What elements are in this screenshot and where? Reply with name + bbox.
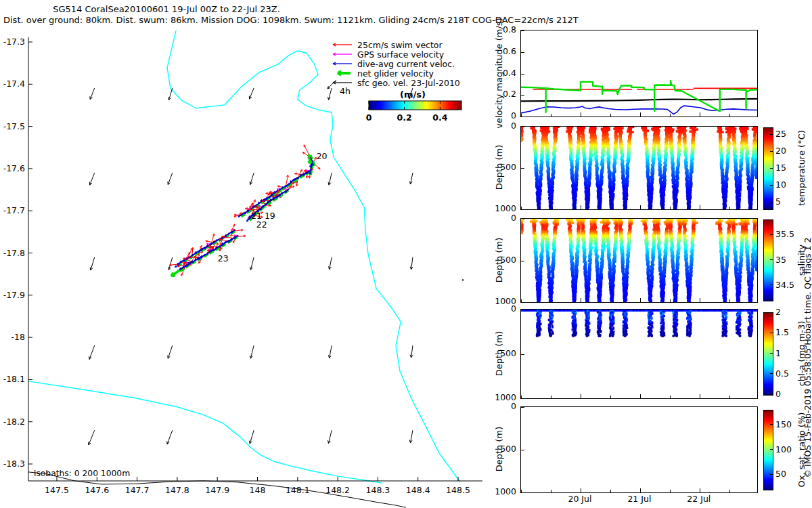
legend-label: 25cm/s swim vector	[357, 40, 443, 50]
vector-arrow	[333, 43, 352, 46]
vector-arrow	[250, 173, 254, 184]
salinity-colorbar-tick	[770, 284, 773, 285]
chl_a-colorbar-tick	[770, 373, 773, 374]
temperature-y-tick-label: 1000	[482, 205, 516, 213]
map-colorbar-tick-label: 0.2	[397, 112, 412, 123]
temperature-colorbar-tick-label: 25	[775, 130, 786, 138]
legend-label: net glider velocity	[357, 68, 434, 79]
map-y-tick-label: -17.8	[3, 248, 25, 258]
temperature-colorbar-tick	[770, 202, 773, 203]
chl_a-colorbar-tick	[770, 353, 773, 354]
vector-arrow	[409, 173, 413, 184]
vector-arrow	[250, 430, 254, 444]
chl_a-y-axis-title: Depth (m)	[494, 331, 504, 376]
vector-arrow	[250, 345, 254, 358]
oxygen-colorbar-tick	[770, 424, 773, 425]
temperature-colorbar-tick	[770, 168, 773, 169]
vector-arrow	[333, 53, 352, 56]
time-axis-label: 20 Jul	[556, 494, 604, 503]
vector-arrow	[328, 173, 332, 185]
map-y-tick-label: -18	[12, 332, 25, 342]
vector-arrow	[328, 345, 332, 358]
map-y-tick-label: -18.1	[3, 374, 25, 384]
map-x-tick-label: 147.6	[85, 485, 109, 495]
map-y-tick-label: -17.9	[3, 290, 25, 300]
chl_a-colorbar	[763, 312, 773, 396]
salinity-colorbar-tick	[770, 234, 773, 235]
vector-arrow	[89, 173, 94, 185]
vector-arrow	[168, 173, 173, 184]
chl_a-colorbar-tick-label: 0	[775, 390, 781, 398]
chl_a-colorbar-tick-label: 1.5	[775, 329, 789, 337]
vector-arrow	[167, 430, 173, 444]
chl_a-canvas	[521, 310, 757, 398]
map-y-tick-label: -18.2	[3, 417, 25, 427]
map-colorbar	[369, 101, 461, 110]
map-y-tick-label: -17.7	[3, 205, 25, 215]
salinity-canvas	[521, 219, 757, 302]
isobaths-label: isobaths: 0 200 1000m	[34, 469, 130, 478]
temperature-colorbar-tick	[770, 151, 773, 152]
temperature-colorbar-tick-label: 5	[775, 198, 781, 206]
temperature-y-tick-label: 0	[482, 122, 516, 130]
temperature-colorbar	[763, 127, 773, 210]
temperature-colorbar-title: temperature (°C)	[796, 130, 807, 206]
coastline-1	[28, 381, 382, 483]
chl_a-colorbar-tick	[770, 394, 773, 395]
oxygen-colorbar	[763, 410, 773, 490]
geo-vel-dot	[462, 279, 464, 280]
oxygen-y-tick-label: 0	[482, 402, 516, 410]
vector-arrow	[329, 257, 332, 270]
vector-arrow	[328, 80, 336, 89]
temperature-colorbar-tick-label: 10	[775, 181, 786, 189]
vector-arrow	[89, 430, 95, 445]
map-x-tick-label: 148.2	[325, 485, 350, 495]
map-x-tick-label: 148.5	[446, 485, 470, 495]
map-x-tick-label: 147.9	[205, 485, 229, 495]
oxygen-colorbar-tick-label: 100	[775, 446, 792, 454]
velocity_magnitude-canvas	[521, 30, 757, 117]
salinity-plot	[520, 218, 758, 303]
map-y-tick-label: -18.3	[3, 459, 25, 469]
vector-arrow	[168, 345, 173, 358]
legend-label: GPS surface velocity	[357, 49, 445, 60]
dive-number-label: 23	[218, 253, 229, 263]
map-x-tick-label: 148	[250, 485, 266, 495]
time-axis-label: 22 Jul	[675, 494, 723, 503]
map-colorbar-tick-label: 0.4	[432, 112, 447, 123]
vector-arrow	[90, 257, 95, 270]
oxygen-y-axis-title: Depth (m)	[494, 427, 504, 472]
figure-canvas: SG514 CoralSea20100601 19-Jul 00Z to 22-…	[0, 0, 812, 508]
salinity-y-tick-label: 0	[482, 214, 516, 222]
oxygen-colorbar-tick	[770, 474, 773, 475]
chl_a-colorbar-tick-label: 1	[775, 350, 781, 358]
mission-stats-subtitle: Dist. over ground: 80km. Dist. swum: 86k…	[3, 15, 579, 25]
map-x-tick-label: 148.3	[366, 485, 390, 495]
map-colorbar-title: (m/s)	[400, 89, 426, 100]
temperature-colorbar-tick	[770, 134, 773, 135]
map-x-tick-label: 148.4	[406, 485, 430, 495]
chl_a-plot	[520, 309, 758, 399]
vector-arrow	[410, 345, 413, 358]
vector-arrow	[171, 270, 179, 276]
oxygen-plot	[520, 406, 758, 493]
imos-attribution: © IMOS 15-Feb-2019 05:58:05 Hobart time.…	[803, 238, 812, 478]
vector-arrow	[89, 345, 95, 360]
salinity-y-axis-title: Depth (m)	[494, 237, 504, 282]
legend-scale-label: 4h	[340, 86, 351, 96]
vector-arrow	[333, 62, 352, 65]
salinity-colorbar	[763, 219, 773, 301]
vector-arrow	[333, 81, 352, 84]
temperature-colorbar-tick-label: 20	[775, 147, 786, 155]
map-y-tick-label: -17.4	[3, 79, 25, 89]
map-colorbar-tick-label: 0	[366, 112, 372, 123]
vector-arrow	[409, 430, 413, 443]
legend-label: sfc geo. vel. 23-Jul-2010	[357, 78, 460, 88]
velocity_magnitude-y-axis-title: velocity magnitude (m/s)	[494, 18, 504, 128]
chl_a-colorbar-tick-label: 0.5	[775, 370, 789, 378]
map-x-tick-label: 148.1	[286, 485, 310, 495]
map-x-tick-label: 147.5	[45, 485, 69, 495]
dive-number-label: 20	[317, 151, 328, 161]
vector-arrow	[410, 257, 413, 270]
vector-arrow	[90, 88, 95, 100]
